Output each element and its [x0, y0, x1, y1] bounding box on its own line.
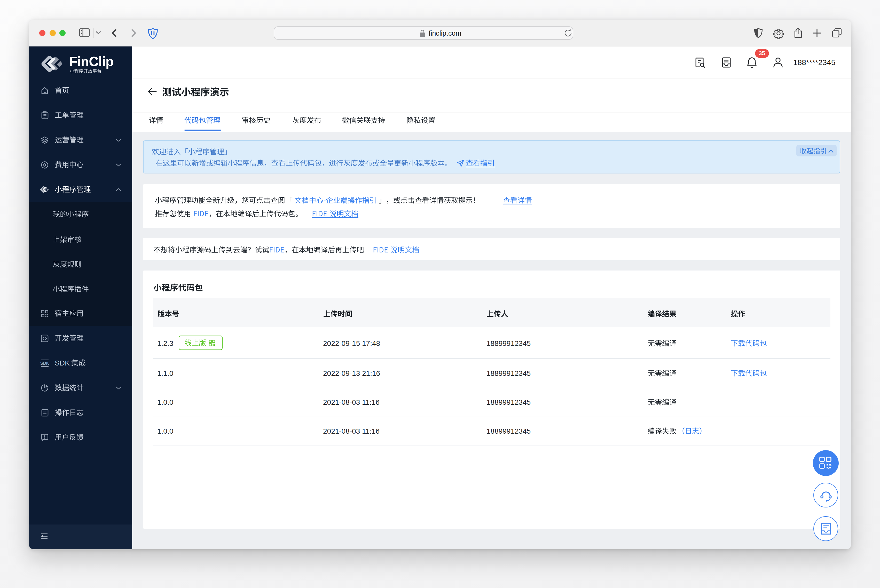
svg-text:SDK: SDK — [40, 361, 49, 365]
